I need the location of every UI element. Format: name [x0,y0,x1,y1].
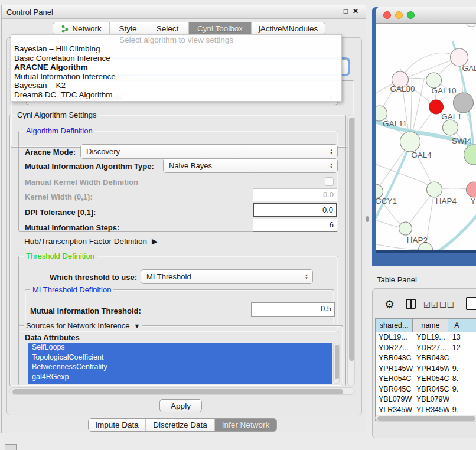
table-row[interactable]: YPR145WYPR145W9. [376,364,476,374]
dropdown-item[interactable]: Mutual Information Inference [11,72,341,81]
triangle-right-icon: ▶ [152,237,158,246]
node-unlabeled[interactable] [465,24,476,27]
network-thick-edges [376,41,476,250]
apply-button-label: Apply [171,402,191,410]
tab-impute-data-label: Impute Data [95,420,139,429]
stepper-icon[interactable]: ▲▼ [305,274,308,280]
manual-kernel-width-checkbox[interactable] [325,177,334,186]
attributes-scrollbar[interactable] [333,343,340,384]
triangle-down-icon: ▼ [134,322,141,330]
table-row[interactable]: YDR27...YDR27...12 [376,343,476,354]
network-window-titlebar[interactable] [376,7,476,24]
unchecked-boxes-icon[interactable]: ☐☐ [439,301,454,309]
table-header-row: shared... name A [376,319,476,332]
threshold-definition-title: Threshold Definition [24,252,97,260]
tab-style[interactable]: Style [110,22,146,35]
mi-steps-field[interactable]: 6 [253,219,337,232]
node-table: shared... name A YDL19...YDL19...13 YDR2… [375,318,476,421]
dropdown-item-selected[interactable]: ARACNE Algorithm [11,63,341,72]
list-item[interactable]: SelfLoops [28,343,332,353]
hub-definition-label: Hub/Transcription Factor Definition [24,237,147,246]
column-header-partial[interactable]: A [448,319,476,332]
apply-button[interactable]: Apply [159,399,202,412]
table-row[interactable]: YDL19...YDL19...13 [376,332,476,343]
stepper-icon[interactable]: ▲▼ [330,163,333,169]
mi-threshold-definition-title: MI Threshold Definition [30,285,113,294]
stepper-icon[interactable]: ▲▼ [330,149,333,155]
control-panel-window: Control Panel □ ✕ Network Style Select C… [1,5,366,433]
control-panel-tabbar: Network Style Select Cyni Toolbox jActiv… [53,22,325,35]
sources-title-row[interactable]: Sources for Network Inference ▼ [24,321,142,330]
table-horizontal-scrollbar[interactable] [375,415,476,422]
column-header-shared-name[interactable]: shared... [376,319,413,332]
node-label: SWI4 [452,136,471,145]
zoom-traffic-light-icon[interactable] [407,11,415,19]
aracne-mode-combo[interactable]: Discovery ▲▼ [80,144,338,159]
table-row[interactable]: YBR045CYBR045C9. [376,384,476,395]
mi-algorithm-type-combo[interactable]: Naive Bayes ▲▼ [163,158,338,173]
column-header-name[interactable]: name [413,319,448,332]
sources-title: Sources for Network Inference [26,321,130,330]
panel-splitter-handle[interactable] [366,216,369,222]
node-gray[interactable] [454,93,474,113]
list-item[interactable]: BetweennessCentrality [28,362,332,372]
dropdown-item[interactable]: Bayesian – K2 [11,81,341,90]
node-gal4[interactable] [400,132,420,152]
tab-network-label: Network [72,24,102,33]
checked-boxes-icon[interactable]: ☑☑ [423,301,438,309]
tab-cyni-toolbox[interactable]: Cyni Toolbox [189,22,252,35]
mi-threshold-label: Mutual Information Threshold: [30,306,141,315]
list-item[interactable]: TopologicalCoefficient [28,353,332,363]
settings-horizontal-scrollbar[interactable] [9,387,355,395]
kernel-width-field[interactable]: 0.0 [253,188,337,201]
algorithm-definition-title: Algorithm Definition [24,126,95,135]
mi-algorithm-type-value: Naive Bayes [169,161,212,170]
node-hap2[interactable] [399,222,412,235]
bottom-left-partial-button[interactable] [5,444,17,450]
minimize-traffic-light-icon[interactable] [395,11,403,19]
node-big-green[interactable] [464,145,476,165]
hub-definition-expander[interactable]: Hub/Transcription Factor Definition ▶ [24,237,158,246]
node-salmon[interactable] [467,182,476,197]
dropdown-item[interactable]: Dream8 DC_TDC Algorithm [11,90,341,100]
tab-infer-network[interactable]: Infer Network [215,419,276,431]
table-row[interactable]: YBL079WYBL079W [376,394,476,405]
data-attributes-list[interactable]: SelfLoops TopologicalCoefficient Between… [28,343,332,384]
node-swi4[interactable] [443,120,458,135]
table-row[interactable]: YBR043CYBR043C [376,353,476,364]
kernel-width-value: 0.0 [323,190,334,199]
dropdown-item[interactable]: Basic Correlation Inference [11,54,341,63]
tab-network[interactable]: Network [53,22,110,35]
which-threshold-value: MI Threshold [146,272,191,281]
dropdown-item[interactable]: Bayesian – Hill Climbing [11,44,341,54]
close-traffic-light-icon[interactable] [383,11,391,19]
node-label: GAL [462,64,476,73]
control-panel-titlebar[interactable]: Control Panel □ ✕ [2,5,366,19]
list-item[interactable]: gal4RGexp [28,372,332,382]
dpi-tolerance-field[interactable]: 0.0 [253,203,337,217]
node-label: GCY1 [376,197,397,206]
tab-style-label: Style [119,24,136,33]
tab-discretize-data[interactable]: Discretize Data [146,419,215,431]
split-columns-icon[interactable] [406,299,416,309]
algorithm-dropdown-list: Select algorithm to view settings Bayesi… [11,34,342,102]
aracne-mode-value: Discovery [86,147,120,156]
close-window-icon[interactable]: ✕ [353,7,358,15]
document-icon[interactable] [466,297,476,310]
mi-threshold-definition-group: MI Threshold Definition Mutual Informati… [25,289,334,326]
float-window-icon[interactable]: □ [344,7,348,15]
tab-jactivemnodules[interactable]: jActiveMNodules [252,22,325,35]
which-threshold-combo[interactable]: MI Threshold ▲▼ [141,269,313,284]
network-canvas[interactable]: GAL GAL80 GAL10 GAL1 GAL11 SWI4 GAL4 GCY… [376,24,476,250]
node-hap4[interactable] [427,182,442,197]
tab-jactivemnodules-label: jActiveMNodules [259,24,318,33]
table-row[interactable]: YER054CYER054C8. [376,374,476,384]
table-row[interactable]: YLR345WYLR345W9. [376,405,476,416]
tab-select[interactable]: Select [146,22,189,35]
mi-threshold-field[interactable]: 0.5 [251,302,335,317]
settings-vertical-scrollbar[interactable] [347,115,355,386]
gear-icon[interactable]: ⚙ [384,298,395,311]
node-label: Y [471,197,476,206]
tab-impute-data[interactable]: Impute Data [89,419,146,431]
table-panel-title: Table Panel [377,275,417,284]
